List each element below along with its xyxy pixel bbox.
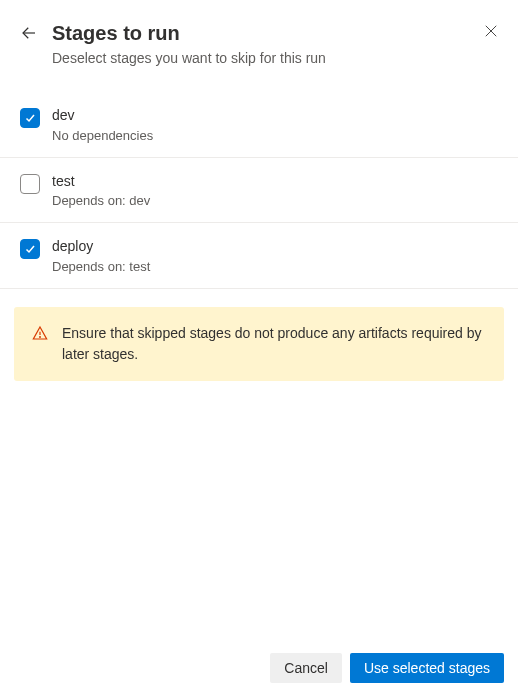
use-selected-stages-button[interactable]: Use selected stages [350,653,504,683]
stage-checkbox-test[interactable] [20,174,40,194]
close-button[interactable] [482,22,500,44]
svg-point-4 [40,336,41,337]
cancel-button[interactable]: Cancel [270,653,342,683]
stages-list: dev No dependencies test Depends on: dev… [0,92,518,289]
dialog-subtitle: Deselect stages you want to skip for thi… [52,50,498,66]
stage-info: deploy Depends on: test [52,237,150,274]
stage-info: test Depends on: dev [52,172,150,209]
stage-row: dev No dependencies [0,92,518,158]
stage-dependency-label: Depends on: dev [52,193,150,208]
dialog-footer: Cancel Use selected stages [0,641,518,699]
dialog-header: Stages to run Deselect stages you want t… [0,0,518,78]
stage-checkbox-deploy[interactable] [20,239,40,259]
warning-icon [32,325,48,345]
warning-message: Ensure that skipped stages do not produc… [62,323,486,365]
stage-dependency-label: Depends on: test [52,259,150,274]
stage-name: dev [52,106,153,126]
stage-name: deploy [52,237,150,257]
warning-banner: Ensure that skipped stages do not produc… [14,307,504,381]
stage-row: test Depends on: dev [0,158,518,224]
checkmark-icon [24,112,36,124]
arrow-left-icon [20,24,38,42]
stage-info: dev No dependencies [52,106,153,143]
close-icon [482,22,500,40]
checkmark-icon [24,243,36,255]
stage-name: test [52,172,150,192]
stage-row: deploy Depends on: test [0,223,518,289]
stage-dependency-label: No dependencies [52,128,153,143]
dialog-title: Stages to run [52,20,498,46]
stage-checkbox-dev[interactable] [20,108,40,128]
back-button[interactable] [20,24,38,46]
header-text: Stages to run Deselect stages you want t… [52,20,498,66]
